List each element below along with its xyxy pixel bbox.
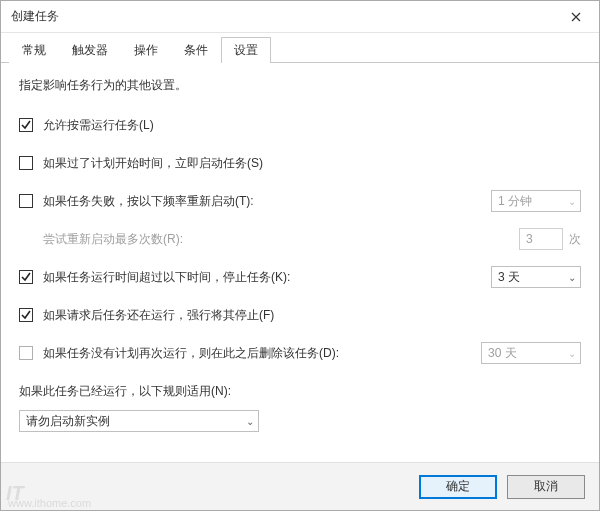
ok-button[interactable]: 确定 — [419, 475, 497, 499]
create-task-window: 创建任务 常规 触发器 操作 条件 设置 指定影响任务行为的其他设置。 允许按需… — [0, 0, 600, 511]
checkbox-restart-on-fail[interactable] — [19, 194, 33, 208]
input-restart-attempts: 3 — [519, 228, 563, 250]
tab-conditions[interactable]: 条件 — [171, 37, 221, 63]
select-restart-interval-value: 1 分钟 — [498, 193, 532, 210]
window-title: 创建任务 — [11, 8, 553, 25]
row-rule-label: 如果此任务已经运行，以下规则适用(N): — [19, 380, 581, 402]
settings-panel: 指定影响任务行为的其他设置。 允许按需运行任务(L) 如果过了计划开始时间，立即… — [1, 63, 599, 462]
cancel-button[interactable]: 取消 — [507, 475, 585, 499]
label-restart-on-fail: 如果任务失败，按以下频率重新启动(T): — [43, 193, 491, 210]
tab-strip: 常规 触发器 操作 条件 设置 — [1, 33, 599, 63]
close-button[interactable] — [553, 1, 599, 33]
tab-triggers[interactable]: 触发器 — [59, 37, 121, 63]
label-stop-if-long: 如果任务运行时间超过以下时间，停止任务(K): — [43, 269, 491, 286]
checkbox-run-if-missed[interactable] — [19, 156, 33, 170]
panel-description: 指定影响任务行为的其他设置。 — [19, 77, 581, 94]
label-run-if-missed: 如果过了计划开始时间，立即启动任务(S) — [43, 155, 581, 172]
close-icon — [571, 12, 581, 22]
label-delete-if-not-scheduled: 如果任务没有计划再次运行，则在此之后删除该任务(D): — [43, 345, 481, 362]
chevron-down-icon: ⌄ — [568, 348, 576, 359]
select-rule-value: 请勿启动新实例 — [26, 413, 110, 430]
row-restart-on-fail: 如果任务失败，按以下频率重新启动(T): 1 分钟 ⌄ — [19, 190, 581, 212]
select-rule[interactable]: 请勿启动新实例 ⌄ — [19, 410, 259, 432]
dialog-footer: 确定 取消 — [1, 462, 599, 510]
select-stop-duration[interactable]: 3 天 ⌄ — [491, 266, 581, 288]
chevron-down-icon: ⌄ — [568, 196, 576, 207]
select-stop-duration-value: 3 天 — [498, 269, 520, 286]
select-restart-interval: 1 分钟 ⌄ — [491, 190, 581, 212]
row-allow-on-demand: 允许按需运行任务(L) — [19, 114, 581, 136]
tab-settings[interactable]: 设置 — [221, 37, 271, 63]
label-restart-attempts: 尝试重新启动最多次数(R): — [43, 231, 519, 248]
checkbox-stop-if-long[interactable] — [19, 270, 33, 284]
row-stop-if-long: 如果任务运行时间超过以下时间，停止任务(K): 3 天 ⌄ — [19, 266, 581, 288]
row-delete-if-not-scheduled: 如果任务没有计划再次运行，则在此之后删除该任务(D): 30 天 ⌄ — [19, 342, 581, 364]
select-delete-delay: 30 天 ⌄ — [481, 342, 581, 364]
row-force-stop: 如果请求后任务还在运行，强行将其停止(F) — [19, 304, 581, 326]
label-attempts-suffix: 次 — [569, 231, 581, 248]
checkbox-force-stop[interactable] — [19, 308, 33, 322]
label-rule: 如果此任务已经运行，以下规则适用(N): — [19, 383, 581, 400]
row-restart-attempts: 尝试重新启动最多次数(R): 3 次 — [43, 228, 581, 250]
label-allow-on-demand: 允许按需运行任务(L) — [43, 117, 581, 134]
chevron-down-icon: ⌄ — [246, 416, 254, 427]
checkbox-allow-on-demand[interactable] — [19, 118, 33, 132]
titlebar: 创建任务 — [1, 1, 599, 33]
checkbox-delete-if-not-scheduled[interactable] — [19, 346, 33, 360]
tab-actions[interactable]: 操作 — [121, 37, 171, 63]
label-force-stop: 如果请求后任务还在运行，强行将其停止(F) — [43, 307, 581, 324]
row-run-if-missed: 如果过了计划开始时间，立即启动任务(S) — [19, 152, 581, 174]
select-delete-delay-value: 30 天 — [488, 345, 517, 362]
tab-general[interactable]: 常规 — [9, 37, 59, 63]
chevron-down-icon: ⌄ — [568, 272, 576, 283]
